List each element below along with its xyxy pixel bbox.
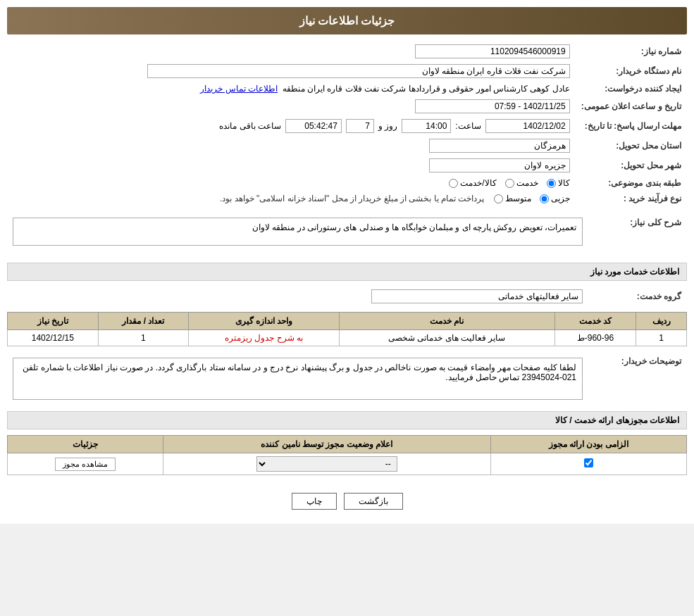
- category-option-kala[interactable]: کالا: [547, 178, 570, 188]
- purchase-motawaset-label: متوسط: [505, 194, 531, 203]
- label-announce-date: تاریخ و ساعت اعلان عمومی:: [576, 96, 687, 116]
- permits-table: الزامی بودن ارائه مجوز اعلام وضعیت مجوز …: [7, 435, 687, 475]
- creator-text: عادل کوهی کارشناس امور حقوقی و قراردادها…: [283, 84, 570, 94]
- category-kala-label: کالا: [558, 178, 570, 188]
- announce-date-value: [7, 96, 576, 116]
- delivery-province-input[interactable]: [429, 139, 570, 153]
- category-khedmat-radio[interactable]: [505, 179, 514, 188]
- purchase-jozee-label: جزیی: [551, 194, 570, 203]
- need-desc-text: تعمیرات، تعویض روکش پارچه ای و مبلمان خو…: [252, 222, 576, 232]
- delivery-province-value: [7, 136, 576, 156]
- category-row: کالا خدمت کالا/خدمت: [7, 175, 576, 191]
- col-mandatory: الزامی بودن ارائه مجوز: [490, 436, 686, 453]
- print-button[interactable]: چاپ: [292, 493, 337, 510]
- reply-date-input[interactable]: [485, 119, 570, 133]
- label-need-number: شماره نیاز:: [576, 42, 687, 61]
- cell-permit-status: --: [163, 453, 490, 475]
- need-number-input[interactable]: [415, 44, 570, 58]
- label-buyer-notes: توضیحات خریدار:: [588, 352, 687, 406]
- cell-row-num: 1: [636, 330, 687, 346]
- cell-service-code: 960-96-ط: [554, 330, 636, 346]
- label-delivery-province: استان محل تحویل:: [576, 136, 687, 156]
- need-desc-box: تعمیرات، تعویض روکش پارچه ای و مبلمان خو…: [13, 218, 583, 246]
- category-kala-radio[interactable]: [547, 179, 556, 188]
- service-group-value: [7, 287, 588, 306]
- reply-time-input[interactable]: [402, 119, 451, 133]
- back-button[interactable]: بازگشت: [344, 493, 403, 510]
- purchase-jozee-radio[interactable]: [540, 194, 549, 203]
- view-permit-button[interactable]: مشاهده مجوز: [55, 458, 116, 471]
- permits-section-title: اطلاعات مجوزهای ارائه خدمت / کالا: [7, 411, 687, 429]
- cell-service-name: سایر فعالیت های خدماتی شخصی: [339, 330, 554, 346]
- cell-mandatory: [490, 453, 686, 475]
- label-delivery-city: شهر محل تحویل:: [576, 156, 687, 175]
- category-kala-khedmat-radio[interactable]: [449, 179, 458, 188]
- label-creator: ایجاد کننده درخواست:: [576, 81, 687, 96]
- services-section-title: اطلاعات خدمات مورد نیاز: [7, 263, 687, 281]
- col-quantity: تعداد / مقدار: [98, 313, 188, 330]
- col-need-date: تاریخ نیاز: [8, 313, 99, 330]
- mandatory-checkbox[interactable]: [584, 458, 593, 467]
- buyer-notes-text: لطفا کلیه صفحات مهر وامضاء قیمت به صورت …: [23, 363, 576, 382]
- col-unit: واحد اندازه گیری: [189, 313, 340, 330]
- delivery-city-value: [7, 156, 576, 175]
- category-radio-group: کالا خدمت کالا/خدمت: [449, 178, 569, 188]
- label-purchase-type: نوع فرآیند خرید :: [576, 191, 687, 206]
- announce-date-input[interactable]: [415, 99, 570, 113]
- table-row: -- مشاهده مجوز: [8, 453, 687, 475]
- reply-remaining-label: ساعت باقی مانده: [219, 121, 281, 131]
- service-group-input[interactable]: [371, 289, 583, 303]
- label-category: طبقه بندی موضوعی:: [576, 175, 687, 191]
- delivery-city-input[interactable]: [429, 158, 570, 172]
- purchase-type-radio-group: جزیی متوسط: [494, 194, 570, 203]
- footer-buttons: بازگشت چاپ: [7, 486, 687, 517]
- label-reply-deadline: مهلت ارسال پاسخ: تا تاریخ:: [576, 116, 687, 136]
- col-details: جزئیات: [8, 436, 163, 453]
- page-wrapper: جزئیات اطلاعات نیاز شماره نیاز: نام دستگ…: [0, 0, 694, 524]
- label-buyer: نام دستگاه خریدار:: [576, 61, 687, 81]
- col-service-code: کد خدمت: [554, 313, 636, 330]
- col-service-name: نام خدمت: [339, 313, 554, 330]
- category-kala-khedmat-label: کالا/خدمت: [460, 178, 496, 188]
- reply-remaining-input[interactable]: [285, 119, 342, 133]
- need-number-value: [43, 42, 575, 61]
- col-row-num: ردیف: [636, 313, 687, 330]
- buyer-notes-table: توضیحات خریدار: لطفا کلیه صفحات مهر وامض…: [7, 352, 687, 406]
- need-description-section: شرح کلی نیاز: تعمیرات، تعویض روکش پارچه …: [7, 212, 687, 257]
- purchase-motawaset-radio[interactable]: [494, 194, 503, 203]
- reply-day-input[interactable]: [346, 119, 374, 133]
- reply-day-label: روز و: [378, 121, 397, 131]
- category-option-kala-khedmat[interactable]: کالا/خدمت: [449, 178, 496, 188]
- category-khedmat-label: خدمت: [516, 178, 538, 188]
- purchase-type-motawaset[interactable]: متوسط: [494, 194, 531, 203]
- buyer-notes-value: لطفا کلیه صفحات مهر وامضاء قیمت به صورت …: [7, 352, 588, 406]
- need-desc-value: تعمیرات، تعویض روکش پارچه ای و مبلمان خو…: [7, 212, 588, 251]
- creator-link[interactable]: اطلاعات تماس خریدار: [200, 84, 278, 94]
- col-permit-status: اعلام وضعیت مجوز توسط نامین کننده: [163, 436, 490, 453]
- service-group-table: گروه خدمت:: [7, 287, 687, 306]
- cell-unit: به شرح جدول ریزمتره: [189, 330, 340, 346]
- main-info-table: شماره نیاز: نام دستگاه خریدار: ایجاد کنن…: [7, 42, 687, 206]
- category-option-khedmat[interactable]: خدمت: [505, 178, 538, 188]
- need-description-table: شرح کلی نیاز: تعمیرات، تعویض روکش پارچه …: [7, 212, 687, 251]
- buyer-value: [7, 61, 576, 81]
- page-title: جزئیات اطلاعات نیاز: [7, 7, 687, 34]
- purchase-type-row: جزیی متوسط پرداخت تمام یا بخشی از مبلغ خ…: [7, 191, 576, 206]
- label-service-group: گروه خدمت:: [588, 287, 687, 306]
- buyer-notes-box: لطفا کلیه صفحات مهر وامضاء قیمت به صورت …: [13, 358, 583, 400]
- cell-quantity: 1: [98, 330, 188, 346]
- cell-need-date: 1402/12/15: [8, 330, 99, 346]
- purchase-type-jozee[interactable]: جزیی: [540, 194, 570, 203]
- reply-deadline-row: ساعت: روز و ساعت باقی مانده: [7, 116, 576, 136]
- table-row: 1 960-96-ط سایر فعالیت های خدماتی شخصی ب…: [8, 330, 687, 346]
- creator-value: عادل کوهی کارشناس امور حقوقی و قراردادها…: [7, 81, 576, 96]
- services-data-table: ردیف کد خدمت نام خدمت واحد اندازه گیری ت…: [7, 312, 687, 346]
- reply-time-label: ساعت:: [455, 121, 481, 131]
- purchase-note: پرداخت تمام یا بخشی از مبلغ خریدار از مح…: [220, 194, 484, 203]
- permit-status-select[interactable]: --: [256, 456, 397, 472]
- cell-details: مشاهده مجوز: [8, 453, 163, 475]
- label-need-desc: شرح کلی نیاز:: [588, 212, 687, 251]
- buyer-input[interactable]: [147, 64, 570, 78]
